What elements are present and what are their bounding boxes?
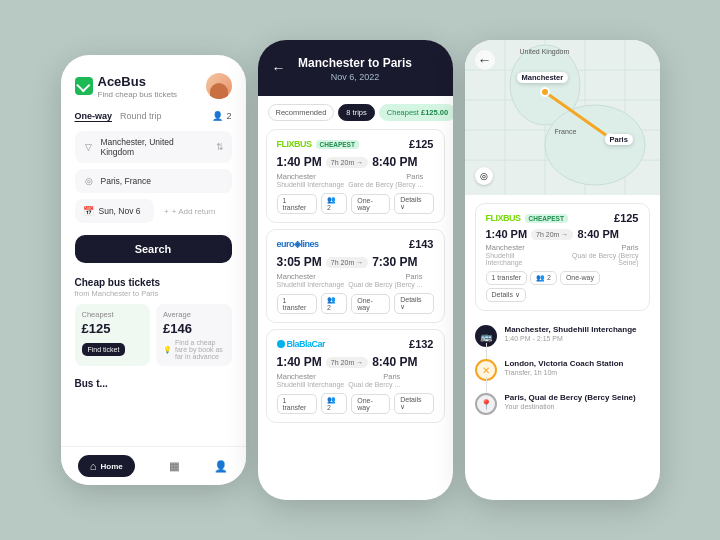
ticket-top-2: euro◈lines £143	[277, 238, 434, 250]
origin-text: Manchester, United Kingdom	[101, 137, 210, 157]
transfer-icon: ✕	[475, 359, 497, 381]
flixbus-logo: FLIXBUS	[277, 139, 312, 149]
map-back-button[interactable]: ←	[475, 50, 495, 70]
p3-duration: 7h 20m →	[531, 229, 573, 240]
details-tag-3[interactable]: Details ∨	[394, 393, 433, 414]
ticket-price-2: £143	[409, 238, 433, 250]
uk-label: United Kingdom	[520, 48, 570, 55]
ticket-times-2: 3:05 PM 7h 20m → 7:30 PM	[277, 255, 434, 269]
details-tag-2[interactable]: Details ∨	[394, 293, 433, 314]
to-city-1: Paris	[348, 172, 423, 181]
filter-trips[interactable]: 8 trips	[338, 104, 374, 121]
transfer-tag-2: 1 transfer	[277, 294, 317, 314]
p3-ticket-price: £125	[614, 212, 638, 224]
stop-detail-3: Your destination	[505, 403, 650, 410]
average-card: Average £146 💡 Find a cheap fare by book…	[156, 304, 232, 366]
location-icon: ◎	[83, 175, 95, 187]
stop-paris: 📍 Paris, Quai de Bercy (Bercy Seine) You…	[475, 387, 650, 421]
phone-3: United Kingdom Manchester France Paris ←…	[465, 40, 660, 500]
compass-icon: ◎	[475, 167, 493, 185]
blablacar-logo: BlaBlaCar	[287, 339, 326, 349]
p3-ticket-card[interactable]: FLIXBUS CHEAPEST £125 1:40 PM 7h 20m → 8…	[475, 203, 650, 311]
ticket-times-1: 1:40 PM 7h 20m → 8:40 PM	[277, 155, 434, 169]
france-label: France	[555, 128, 577, 135]
add-return-label: + Add return	[172, 207, 216, 216]
ticket-top-3: BlaBlaCar £132	[277, 338, 434, 350]
date-text: Sun, Nov 6	[99, 206, 147, 216]
p3-arrive: 8:40 PM	[577, 228, 619, 240]
search-fields: ▽ Manchester, United Kingdom ⇅ ◎ Paris, …	[61, 125, 246, 229]
bus-stop-icon: ▽	[83, 141, 95, 153]
route-title: Manchester to Paris	[272, 56, 439, 70]
find-ticket-button[interactable]: Find ticket	[82, 343, 126, 356]
from-city-1: Manchester	[277, 172, 345, 181]
phone1-header: AceBus Find cheap bus tickets	[61, 55, 246, 107]
swap-icon[interactable]: ⇅	[216, 142, 224, 152]
home-label: Home	[101, 462, 123, 471]
ticket-card-flixbus[interactable]: FLIXBUS CHEAPEST £125 1:40 PM 7h 20m → 8…	[266, 129, 445, 223]
stop-info-1: Manchester, Shudehill Interchange 1:40 P…	[505, 325, 650, 342]
filter-recommended[interactable]: Recommended	[268, 104, 335, 121]
hint-text: Find a cheap fare by book as far in adva…	[175, 339, 225, 360]
profile-icon: 👤	[214, 460, 228, 473]
arrive-time-2: 7:30 PM	[372, 255, 417, 269]
p3-type-tag: One-way	[560, 271, 600, 285]
stop-detail-2: Transfer, 1h 10m	[505, 369, 650, 376]
from-city-2: Manchester	[277, 272, 345, 281]
pax-tag-2: 👥 2	[321, 293, 347, 314]
nav-home[interactable]: ⌂ Home	[78, 455, 135, 477]
svg-point-11	[541, 88, 549, 96]
p3-footer: 1 transfer 👥 2 One-way Details ∨	[486, 271, 639, 302]
destination-icon: 📍	[475, 393, 497, 415]
origin-field[interactable]: ▽ Manchester, United Kingdom ⇅	[75, 131, 232, 163]
person-icon: 👤	[212, 111, 223, 121]
date-field[interactable]: 📅 Sun, Nov 6	[75, 199, 155, 223]
ticket-cities-1: Manchester Shudehill Interchange Paris G…	[277, 172, 434, 188]
arrive-time-3: 8:40 PM	[372, 355, 417, 369]
manchester-label: Manchester	[517, 72, 569, 83]
depart-time-1: 1:40 PM	[277, 155, 322, 169]
stop-detail-1: 1:40 PM - 2:15 PM	[505, 335, 650, 342]
eurolines-logo: euro◈lines	[277, 239, 319, 249]
passenger-count[interactable]: 👤 2	[212, 111, 231, 121]
p3-from-city: Manchester	[486, 243, 552, 252]
stop-list: 🚌 Manchester, Shudehill Interchange 1:40…	[475, 319, 650, 421]
p3-depart: 1:40 PM	[486, 228, 528, 240]
duration-2: 7h 20m →	[326, 257, 368, 268]
pax-number: 2	[226, 111, 231, 121]
add-return-button[interactable]: + + Add return	[160, 207, 232, 216]
ticket-card-blablacar[interactable]: BlaBlaCar £132 1:40 PM 7h 20m → 8:40 PM …	[266, 329, 445, 423]
p3-pax-tag: 👥 2	[530, 271, 557, 285]
ticket-price-3: £132	[409, 338, 433, 350]
app-tagline: Find cheap bus tickets	[98, 90, 178, 99]
to-city-3: Paris	[348, 372, 400, 381]
details-tag-1[interactable]: Details ∨	[394, 193, 433, 214]
destination-field[interactable]: ◎ Paris, France	[75, 169, 232, 193]
nav-tickets[interactable]: ▦	[169, 460, 179, 473]
p3-flixbus-logo: FLIXBUS	[486, 213, 521, 223]
transfer-tag-3: 1 transfer	[277, 394, 317, 414]
logo-area: AceBus Find cheap bus tickets	[75, 74, 178, 99]
ticket-card-eurolines[interactable]: euro◈lines £143 3:05 PM 7h 20m → 7:30 PM…	[266, 229, 445, 323]
back-arrow-icon[interactable]: ←	[272, 60, 286, 76]
p3-details-tag[interactable]: Details ∨	[486, 288, 526, 302]
ticket-footer-2: 1 transfer 👥 2 One-way Details ∨	[277, 293, 434, 314]
ticket-cities-3: Manchester Shudehill Interchange Paris Q…	[277, 372, 434, 388]
bottom-nav: ⌂ Home ▦ 👤	[61, 446, 246, 485]
map-area: United Kingdom Manchester France Paris ←…	[465, 40, 660, 195]
tab-one-way[interactable]: One-way	[75, 111, 113, 121]
pax-tag-3: 👥 2	[321, 393, 347, 414]
stop-name-1: Manchester, Shudehill Interchange	[505, 325, 650, 334]
from-city-3: Manchester	[277, 372, 345, 381]
search-button[interactable]: Search	[75, 235, 232, 263]
ticket-cities-2: Manchester Shudehill Interchange Paris Q…	[277, 272, 434, 288]
to-station-1: Gare de Bercy (Bercy ...	[348, 181, 423, 188]
tab-round-trip[interactable]: Round trip	[120, 111, 162, 121]
average-price: £146	[163, 321, 225, 336]
type-tag-3: One-way	[351, 394, 390, 414]
user-avatar[interactable]	[206, 73, 232, 99]
filter-cheapest[interactable]: Cheapest £125.00	[379, 104, 453, 121]
bus-section-preview: Bus t...	[61, 370, 246, 393]
plus-icon: +	[164, 207, 169, 216]
nav-profile[interactable]: 👤	[214, 460, 228, 473]
